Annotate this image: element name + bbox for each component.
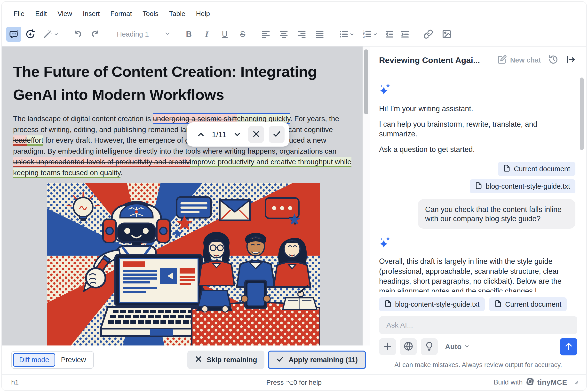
bold-button[interactable]: B xyxy=(181,27,196,42)
indent-icon xyxy=(400,29,410,39)
undo-icon xyxy=(74,29,83,39)
diff-insertion[interactable]: changing quickly xyxy=(237,114,290,123)
menu-file[interactable]: File xyxy=(8,8,30,20)
next-diff-button[interactable] xyxy=(231,128,243,141)
editor-pane: The Future of Content Creation: Integrat… xyxy=(2,46,370,374)
preview-toggle[interactable]: Preview xyxy=(55,353,92,367)
suggestions-button[interactable] xyxy=(421,338,438,355)
diff-deletion[interactable]: load xyxy=(13,136,27,146)
paragraph-text: . xyxy=(121,168,122,176)
collapse-sidebar-button[interactable] xyxy=(566,55,575,66)
send-button[interactable] xyxy=(560,338,577,356)
undo-button[interactable] xyxy=(71,27,86,42)
menu-edit[interactable]: Edit xyxy=(30,8,52,20)
composer-chip-current-document[interactable]: Current document xyxy=(489,297,567,311)
document-icon xyxy=(503,164,510,174)
block-format-value: Heading 1 xyxy=(117,30,149,38)
block-format-select[interactable]: Heading 1 xyxy=(111,27,173,42)
align-left-icon xyxy=(261,29,271,39)
lightbulb-icon xyxy=(424,341,434,352)
tinymce-logo-icon xyxy=(526,377,534,388)
align-justify-button[interactable] xyxy=(312,27,327,42)
link-icon xyxy=(423,29,433,39)
image-button[interactable] xyxy=(439,27,454,42)
align-justify-icon xyxy=(315,29,325,39)
arrow-up-icon xyxy=(564,341,573,352)
strikethrough-button[interactable]: S xyxy=(235,27,250,42)
assistant-response: Overall, this draft is largely in line w… xyxy=(379,256,575,292)
align-center-icon xyxy=(279,29,289,39)
resize-handle-icon[interactable] xyxy=(572,378,579,386)
diff-deletion[interactable]: undergoing a seismic shift xyxy=(153,114,237,123)
menubar: File Edit View Insert Format Tools Table… xyxy=(2,2,586,22)
attachment-chip-label: blog-content-style-guide.txt xyxy=(486,182,570,190)
align-center-button[interactable] xyxy=(276,27,291,42)
document-illustration[interactable] xyxy=(47,183,320,346)
magic-wand-icon xyxy=(43,29,53,39)
chat-scrollbar-thumb[interactable] xyxy=(580,78,584,150)
previous-diff-button[interactable] xyxy=(195,128,207,141)
menu-format[interactable]: Format xyxy=(105,8,137,20)
outdent-button[interactable] xyxy=(382,27,397,42)
web-search-button[interactable] xyxy=(400,338,417,355)
reject-diff-button[interactable] xyxy=(248,126,264,143)
menu-view[interactable]: View xyxy=(52,8,77,20)
model-mode-select[interactable]: Auto xyxy=(445,342,470,351)
align-right-button[interactable] xyxy=(294,27,309,42)
history-icon xyxy=(548,54,558,66)
indent-button[interactable] xyxy=(397,27,412,42)
menu-table[interactable]: Table xyxy=(164,8,191,20)
document-title[interactable]: The Future of Content Creation: Integrat… xyxy=(13,60,343,106)
ask-ai-input[interactable] xyxy=(379,316,577,334)
underline-button[interactable]: U xyxy=(217,27,232,42)
ai-disclaimer: AI can make mistakes. Always review outp… xyxy=(379,361,577,369)
new-chat-button[interactable]: New chat xyxy=(498,55,541,66)
magic-wand-button[interactable] xyxy=(39,27,63,42)
editor-scrollbar xyxy=(363,46,370,346)
close-icon xyxy=(252,130,260,139)
strikethrough-icon: S xyxy=(240,30,245,39)
document-canvas[interactable]: The Future of Content Creation: Integrat… xyxy=(2,46,363,346)
menu-tools[interactable]: Tools xyxy=(137,8,164,20)
accept-diff-button[interactable] xyxy=(269,126,285,143)
ai-review-button[interactable] xyxy=(23,27,38,42)
assistant-prompt: Ask a question to get started. xyxy=(379,144,575,154)
diff-deletion[interactable]: unlock unprecedented levels of productiv… xyxy=(13,157,190,167)
diff-mode-toggle[interactable]: Diff mode xyxy=(13,353,55,367)
apply-remaining-button[interactable]: Apply remaining (11) xyxy=(268,350,366,369)
menu-help[interactable]: Help xyxy=(191,8,216,20)
sidebar-header: Reviewing Content Agai... New chat xyxy=(370,46,586,74)
document-icon xyxy=(475,182,482,191)
diff-insertion[interactable]: effort xyxy=(27,136,43,146)
align-left-button[interactable] xyxy=(258,27,273,42)
diff-navigation-popup: 1/11 xyxy=(187,122,289,146)
chat-history-button[interactable] xyxy=(548,54,558,66)
image-icon xyxy=(442,29,451,39)
check-icon xyxy=(276,355,284,365)
redo-button[interactable] xyxy=(87,27,102,42)
bullet-list-button[interactable] xyxy=(335,27,358,42)
bullet-list-icon xyxy=(339,29,349,39)
link-button[interactable] xyxy=(421,27,436,42)
new-chat-icon xyxy=(498,55,507,66)
numbered-list-button[interactable]: 123 xyxy=(359,27,381,42)
skip-remaining-button[interactable]: Skip remaining xyxy=(187,350,264,369)
add-attachment-button[interactable] xyxy=(379,338,396,355)
menu-insert[interactable]: Insert xyxy=(78,8,105,20)
editor-scrollbar-thumb[interactable] xyxy=(364,50,368,114)
document-paragraph[interactable]: The landscape of digital content creatio… xyxy=(13,114,353,178)
ai-assistant-button[interactable] xyxy=(6,27,21,42)
apply-remaining-label: Apply remaining (11) xyxy=(289,356,358,364)
attachment-chip-current-document[interactable]: Current document xyxy=(498,162,575,176)
app-window: File Edit View Insert Format Tools Table… xyxy=(2,2,586,390)
attachment-chip-style-guide[interactable]: blog-content-style-guide.txt xyxy=(470,179,575,193)
document-icon xyxy=(494,300,502,309)
globe-icon xyxy=(404,341,413,352)
italic-button[interactable]: I xyxy=(199,27,214,42)
align-right-icon xyxy=(297,29,307,39)
composer-chip-style-guide[interactable]: blog-content-style-guide.txt xyxy=(379,297,485,311)
view-mode-toggle: Diff mode Preview xyxy=(11,351,94,369)
collapse-icon xyxy=(566,55,575,66)
check-icon xyxy=(272,130,281,139)
brand-name[interactable]: tinyMCE xyxy=(537,378,567,386)
